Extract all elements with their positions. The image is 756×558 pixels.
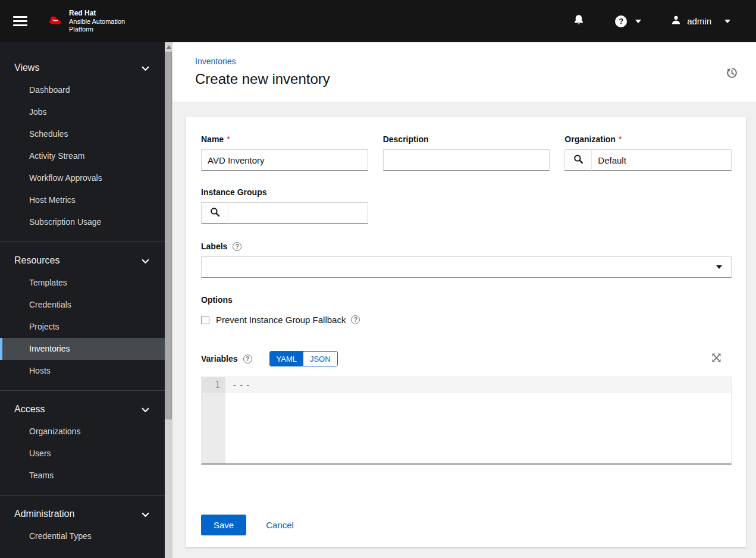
organization-input[interactable] <box>592 149 732 171</box>
nav-group-header-administration[interactable]: Administration <box>0 501 165 525</box>
sidebar-item-host-metrics[interactable]: Host Metrics <box>0 189 165 211</box>
yaml-toggle-button[interactable]: YAML <box>270 352 303 366</box>
description-field-group: Description <box>383 134 550 171</box>
json-toggle-button[interactable]: JSON <box>303 352 337 366</box>
sidebar-item-activity-stream[interactable]: Activity Stream <box>0 145 165 167</box>
labels-select[interactable] <box>201 256 732 278</box>
required-asterisk: * <box>227 134 230 144</box>
nav-group-title: Resources <box>14 255 59 266</box>
brand-line3: Platform <box>69 26 125 33</box>
description-label: Description <box>383 134 550 144</box>
nav-group-title: Access <box>14 404 45 415</box>
chevron-down-icon[interactable] <box>142 404 149 415</box>
labels-field-group: Labels ? <box>201 242 732 278</box>
breadcrumb-link-inventories[interactable]: Inventories <box>195 57 236 66</box>
code-line: --- <box>225 377 731 393</box>
sidebar-item-organizations[interactable]: Organizations <box>0 421 165 443</box>
sidebar-item-templates[interactable]: Templates <box>0 272 165 294</box>
nav-group-access: Access Organizations Users Teams <box>0 390 165 495</box>
variables-format-toggle: YAML JSON <box>269 351 338 366</box>
username-label: admin <box>687 16 711 26</box>
sidebar-item-credential-types[interactable]: Credential Types <box>0 525 165 547</box>
sidebar-nav: Views Dashboard Jobs Schedules Activity … <box>0 42 172 558</box>
options-heading: Options <box>201 295 732 305</box>
name-input[interactable] <box>201 149 368 171</box>
cancel-button[interactable]: Cancel <box>266 520 294 530</box>
nav-group-administration: Administration Credential Types <box>0 495 165 556</box>
user-menu-button[interactable]: admin <box>671 15 730 27</box>
sidebar-item-projects[interactable]: Projects <box>0 316 165 338</box>
dropdown-caret-icon <box>716 265 722 269</box>
sidebar-item-teams[interactable]: Teams <box>0 465 165 487</box>
caret-down-icon <box>635 20 641 23</box>
help-menu-button[interactable]: ? <box>615 15 641 27</box>
instance-groups-label: Instance Groups <box>201 187 368 197</box>
caret-down-icon <box>724 20 730 23</box>
redhat-logo-icon <box>45 14 64 29</box>
labels-label: Labels ? <box>201 242 732 251</box>
chevron-down-icon[interactable] <box>142 62 149 73</box>
sidebar-item-jobs[interactable]: Jobs <box>0 101 165 123</box>
history-icon <box>726 72 738 81</box>
sidebar-item-subscription-usage[interactable]: Subscription Usage <box>0 211 165 233</box>
prevent-fallback-checkbox[interactable] <box>201 316 209 324</box>
sidebar-item-hosts[interactable]: Hosts <box>0 360 165 382</box>
editor-expand-button[interactable] <box>712 353 721 364</box>
variables-label: Variables ? <box>201 354 252 363</box>
sidebar-item-workflow-approvals[interactable]: Workflow Approvals <box>0 167 165 189</box>
organization-lookup-button[interactable] <box>564 149 592 171</box>
notifications-button[interactable] <box>573 14 584 28</box>
sidebar-item-inventories[interactable]: Inventories <box>0 338 165 360</box>
description-input[interactable] <box>383 149 550 171</box>
form-actions: Save Cancel <box>201 515 732 535</box>
nav-group-views: Views Dashboard Jobs Schedules Activity … <box>0 49 165 242</box>
help-icon[interactable]: ? <box>233 242 241 251</box>
nav-group-header-views[interactable]: Views <box>0 55 165 79</box>
help-icon[interactable]: ? <box>243 355 252 363</box>
brand-line2: Ansible Automation <box>69 18 125 26</box>
scrollbar-up-button[interactable] <box>165 42 172 52</box>
nav-group-title: Administration <box>14 509 74 519</box>
sidebar-scrollbar[interactable] <box>165 42 172 558</box>
nav-group-header-access[interactable]: Access <box>0 397 165 421</box>
activity-history-button[interactable] <box>726 67 738 81</box>
brand-logo: Red Hat Ansible Automation Platform <box>45 9 125 33</box>
name-label: Name* <box>201 134 368 144</box>
brand-line1: Red Hat <box>69 9 125 17</box>
sidebar-item-schedules[interactable]: Schedules <box>0 123 165 145</box>
menu-icon[interactable] <box>13 14 27 29</box>
page-header: Inventories Create new inventory <box>172 42 756 102</box>
help-icon[interactable]: ? <box>351 315 360 324</box>
inventory-form-card: Name* Description Organization* <box>186 117 746 547</box>
nav-group-title: Views <box>14 62 39 73</box>
sidebar-item-users[interactable]: Users <box>0 443 165 465</box>
prevent-fallback-label[interactable]: Prevent Instance Group Fallback <box>216 315 346 325</box>
expand-icon <box>712 355 721 364</box>
page-body: Name* Description Organization* <box>172 102 756 558</box>
save-button[interactable]: Save <box>201 515 246 535</box>
editor-code-area[interactable]: --- <box>225 377 731 463</box>
variables-code-editor[interactable]: 1 --- <box>201 377 732 465</box>
nav-group-resources: Resources Templates Credentials Projects… <box>0 242 165 390</box>
instance-groups-lookup-button[interactable] <box>201 202 228 224</box>
organization-label: Organization* <box>564 134 732 144</box>
editor-gutter: 1 <box>202 377 225 463</box>
breadcrumb: Inventories <box>195 56 756 67</box>
nav-group-header-resources[interactable]: Resources <box>0 248 165 272</box>
question-circle-icon: ? <box>615 15 627 27</box>
search-icon <box>210 207 220 219</box>
chevron-down-icon[interactable] <box>142 255 149 266</box>
instance-groups-field-group: Instance Groups <box>201 187 368 224</box>
scrollbar-thumb[interactable] <box>165 52 172 419</box>
name-field-group: Name* <box>201 134 368 171</box>
chevron-down-icon[interactable] <box>142 509 149 519</box>
masthead: Red Hat Ansible Automation Platform ? <box>0 0 756 42</box>
variables-header: Variables ? YAML JSON <box>201 351 732 366</box>
user-icon <box>671 15 681 27</box>
instance-groups-input[interactable] <box>228 202 368 224</box>
prevent-fallback-option: Prevent Instance Group Fallback ? <box>201 315 732 325</box>
organization-field-group: Organization* <box>564 134 732 171</box>
line-number: 1 <box>202 377 225 393</box>
sidebar-item-credentials[interactable]: Credentials <box>0 294 165 316</box>
sidebar-item-dashboard[interactable]: Dashboard <box>0 79 165 101</box>
